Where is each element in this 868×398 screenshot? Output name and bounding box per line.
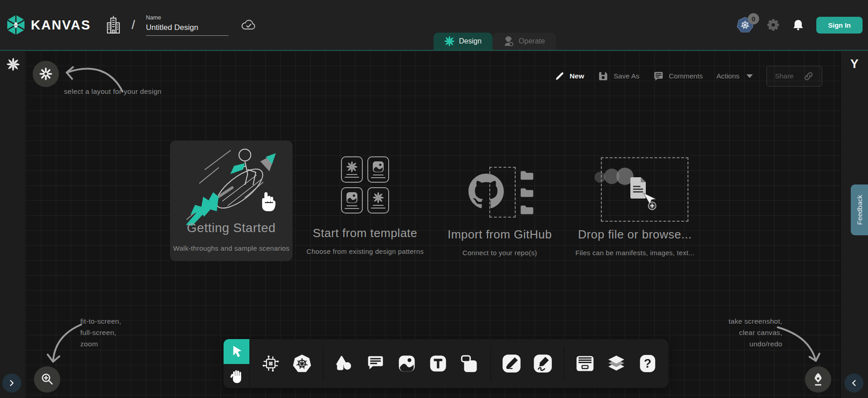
getting-started-card[interactable]: Getting Started Walk-throughs and sample… xyxy=(170,141,293,261)
design-name-input[interactable] xyxy=(146,23,229,36)
getting-started-title: Getting Started xyxy=(170,221,293,235)
template-title: Start from template xyxy=(302,226,429,240)
share-button[interactable]: Share xyxy=(766,66,822,87)
pencil-icon xyxy=(555,71,565,81)
y-logo: Y xyxy=(841,57,868,71)
tab-design[interactable]: Design xyxy=(434,33,493,50)
swirl-icon xyxy=(373,192,384,203)
cloud-sync-icon xyxy=(240,19,257,31)
svg-text:?: ? xyxy=(644,356,652,370)
canvas-actions-toolbar: New Save As Comments Actions xyxy=(555,66,822,87)
notification-count-badge: 0 xyxy=(748,13,759,24)
main-area: select a layout for your design New Save… xyxy=(0,50,868,398)
kubernetes-status[interactable]: 0 xyxy=(736,17,755,33)
design-swirl-icon xyxy=(444,36,454,46)
tool-pan[interactable] xyxy=(224,364,249,388)
save-as-button[interactable]: Save As xyxy=(598,71,639,82)
tools-toolbar: ? xyxy=(224,339,668,388)
tool-comment[interactable] xyxy=(365,353,386,374)
mode-tabs: Design Operate xyxy=(434,33,556,50)
brand-name: KANVAS xyxy=(31,18,91,33)
view-hint-text: fit-to-screen, full-screen, zoom xyxy=(80,315,121,349)
spinner-icon xyxy=(0,58,26,71)
app-header: KANVAS / Name Design xyxy=(0,0,868,50)
github-art xyxy=(436,155,563,221)
image-icon xyxy=(372,161,384,173)
drop-file-subtitle: Files can be manifests, images, text... xyxy=(571,249,698,257)
layout-hint-text: select a layout for your design xyxy=(64,86,161,97)
pen-actions-button[interactable] xyxy=(805,366,831,393)
organization-icon[interactable] xyxy=(106,16,121,34)
import-from-github-card[interactable]: Import from GitHub Connect to your repo(… xyxy=(436,155,563,264)
image-icon xyxy=(346,192,358,204)
chevron-down-icon xyxy=(746,74,753,78)
right-rail: Y Feedback xyxy=(840,51,868,398)
template-thumb xyxy=(341,156,363,183)
comment-icon xyxy=(653,71,664,82)
zoom-button[interactable] xyxy=(34,366,60,393)
collapse-right-panel-button[interactable] xyxy=(844,374,863,393)
getting-started-subtitle: Walk-throughs and sample scenarios xyxy=(170,244,293,252)
github-subtitle: Connect to your repo(s) xyxy=(436,249,563,257)
folder-icon xyxy=(520,204,534,216)
feedback-label: Feedback xyxy=(856,195,863,225)
name-label: Name xyxy=(146,15,229,21)
drop-art xyxy=(571,155,698,224)
drop-file-card[interactable]: Drop file or browse... Files can be mani… xyxy=(571,155,698,264)
template-thumb xyxy=(367,187,389,214)
settings-gear-icon[interactable] xyxy=(766,18,780,32)
notifications-bell-icon[interactable] xyxy=(792,19,805,31)
template-thumb xyxy=(367,156,389,183)
tool-help[interactable]: ? xyxy=(637,353,658,374)
actions-dropdown[interactable]: Actions xyxy=(717,72,753,80)
layout-picker-button[interactable] xyxy=(33,61,59,87)
operator-icon xyxy=(503,36,514,47)
breadcrumb-separator: / xyxy=(132,18,135,32)
template-thumbnails xyxy=(302,156,429,214)
tool-shapes[interactable] xyxy=(334,353,355,374)
start-from-template-card[interactable]: Start from template Choose from existing… xyxy=(302,155,429,255)
layout-asterisk-icon xyxy=(39,67,53,81)
tab-operate[interactable]: Operate xyxy=(493,33,556,50)
tool-archive[interactable] xyxy=(575,353,595,374)
kanvas-logo-icon xyxy=(6,15,25,35)
tool-select[interactable] xyxy=(224,339,249,364)
expand-left-panel-button[interactable] xyxy=(2,374,21,393)
github-icon xyxy=(468,174,504,209)
link-icon xyxy=(804,71,814,81)
tab-operate-label: Operate xyxy=(519,37,545,45)
header-actions: 0 Sign In xyxy=(736,17,863,34)
comments-button[interactable]: Comments xyxy=(653,71,703,82)
template-thumb xyxy=(341,187,363,214)
zoom-in-icon xyxy=(40,372,54,387)
folder-icon xyxy=(520,187,534,199)
tool-image[interactable] xyxy=(396,353,417,374)
tool-kubernetes[interactable] xyxy=(292,353,312,374)
tool-circuit[interactable] xyxy=(260,353,281,374)
new-button[interactable]: New xyxy=(555,71,584,81)
hand-icon xyxy=(229,368,244,384)
left-rail xyxy=(0,51,26,398)
tool-pencil[interactable] xyxy=(532,353,553,374)
folder-icon xyxy=(520,170,534,181)
tool-frame[interactable] xyxy=(459,353,480,374)
cursor-arrow-icon xyxy=(230,345,244,359)
rocket-doodle xyxy=(177,143,286,227)
pen-nib-icon xyxy=(811,372,825,387)
feedback-tab[interactable]: Feedback xyxy=(851,184,868,235)
tool-layers[interactable] xyxy=(606,353,627,374)
brand[interactable]: KANVAS xyxy=(6,15,91,35)
canvas-hint-text: take screenshot, clear canvas, undo/redo xyxy=(728,315,782,349)
tool-text[interactable] xyxy=(428,353,449,374)
save-icon xyxy=(598,71,609,82)
sign-in-button[interactable]: Sign In xyxy=(816,17,863,34)
design-name-field: Name xyxy=(146,15,229,36)
chevron-left-icon xyxy=(849,378,859,388)
github-title: Import from GitHub xyxy=(436,228,563,242)
swirl-icon xyxy=(346,161,357,172)
drop-file-title: Drop file or browse... xyxy=(571,228,698,242)
tool-pen[interactable] xyxy=(501,353,522,374)
template-subtitle: Choose from existing design patterns xyxy=(302,248,429,255)
design-canvas[interactable]: select a layout for your design New Save… xyxy=(26,51,840,398)
cursor-plus-icon xyxy=(642,192,660,211)
